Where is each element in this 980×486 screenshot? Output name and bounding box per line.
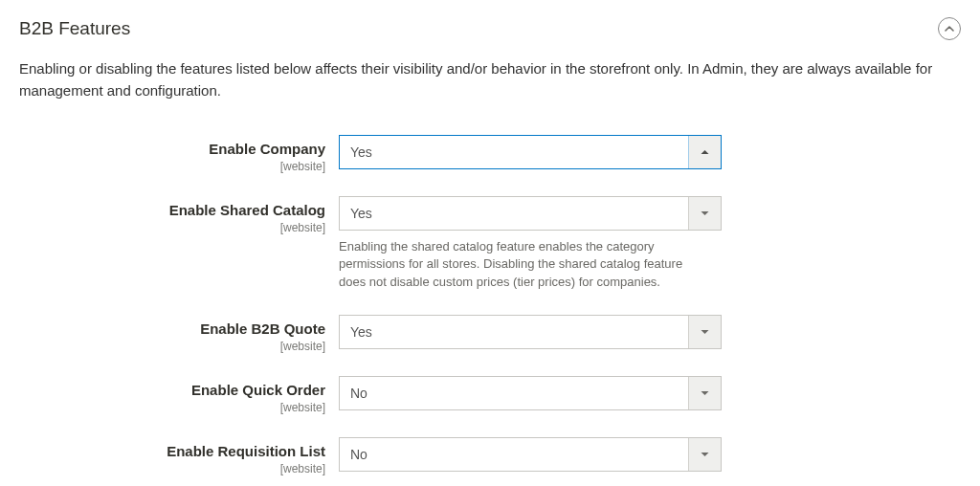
- field-scope: [website]: [19, 340, 325, 353]
- select-value: Yes: [350, 324, 710, 340]
- chevron-down-icon: [688, 377, 721, 409]
- field-enable-requisition-list: Enable Requisition List [website] No: [19, 437, 961, 475]
- field-enable-shared-catalog: Enable Shared Catalog [website] Yes Enab…: [19, 196, 961, 293]
- select-value: No: [350, 447, 710, 462]
- select-value: No: [350, 386, 710, 401]
- field-enable-b2b-quote: Enable B2B Quote [website] Yes: [19, 315, 961, 353]
- field-enable-company: Enable Company [website] Yes: [19, 135, 961, 173]
- select-value: Yes: [350, 206, 710, 221]
- chevron-down-icon: [688, 197, 721, 230]
- field-enable-quick-order: Enable Quick Order [website] No: [19, 376, 961, 414]
- field-label: Enable Company: [19, 141, 325, 158]
- field-label: Enable Shared Catalog: [19, 202, 325, 219]
- enable-requisition-list-select[interactable]: No: [339, 437, 722, 472]
- enable-shared-catalog-select[interactable]: Yes: [339, 196, 722, 231]
- chevron-down-icon: [688, 438, 721, 471]
- chevron-down-icon: [688, 316, 721, 348]
- chevron-up-icon: [945, 26, 954, 32]
- chevron-up-icon: [688, 136, 721, 168]
- select-value: Yes: [350, 144, 710, 160]
- collapse-section-button[interactable]: [938, 17, 961, 40]
- field-label: Enable B2B Quote: [19, 320, 325, 338]
- field-scope: [website]: [19, 401, 325, 414]
- field-label: Enable Quick Order: [19, 382, 325, 399]
- field-scope: [website]: [19, 160, 325, 173]
- section-description: Enabling or disabling the features liste…: [19, 57, 961, 102]
- enable-quick-order-select[interactable]: No: [339, 376, 722, 410]
- enable-b2b-quote-select[interactable]: Yes: [339, 315, 722, 349]
- field-help-text: Enabling the shared catalog feature enab…: [339, 238, 712, 293]
- field-scope: [website]: [19, 221, 325, 234]
- field-scope: [website]: [19, 462, 325, 475]
- section-title: B2B Features: [19, 18, 130, 39]
- enable-company-select[interactable]: Yes: [339, 135, 722, 169]
- field-label: Enable Requisition List: [19, 443, 325, 460]
